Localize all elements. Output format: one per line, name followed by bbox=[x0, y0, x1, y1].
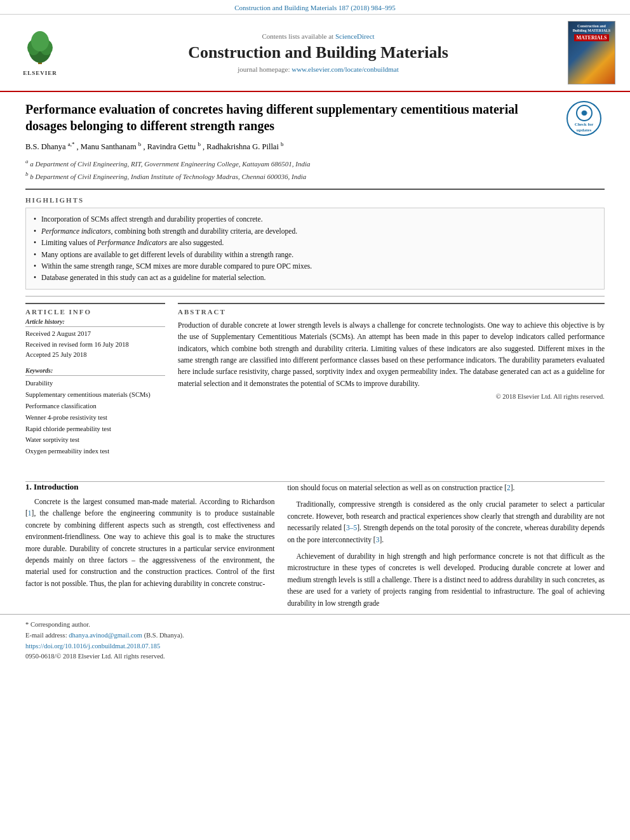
homepage-label: journal homepage: bbox=[238, 65, 290, 73]
svg-point-7 bbox=[582, 110, 587, 116]
abstract-title: ABSTRACT bbox=[178, 308, 605, 316]
page: Construction and Building Materials 187 … bbox=[0, 0, 630, 840]
highlight-item-2: Performance indicators, combining both s… bbox=[34, 225, 596, 237]
highlights-divider bbox=[25, 296, 605, 297]
issn-line: 0950-0618/© 2018 Elsevier Ltd. All right… bbox=[25, 651, 605, 662]
ref-2[interactable]: 2 bbox=[507, 484, 511, 491]
cover-label: MATERIALS bbox=[574, 34, 610, 41]
article-history: Article history: Received 2 August 2017 … bbox=[25, 318, 165, 361]
main-content: 1. Introduction Concrete is the largest … bbox=[0, 482, 630, 614]
highlight-text-5: Within the same strength range, SCM mixe… bbox=[41, 262, 312, 270]
footnotes: * Corresponding author. E-mail address: … bbox=[0, 614, 630, 665]
article-title-section: Performance evaluation of concretes havi… bbox=[25, 101, 605, 182]
corresponding-author-note: * Corresponding author. bbox=[25, 620, 605, 630]
keyword-7: Oxygen permeability index test bbox=[25, 446, 165, 457]
svg-point-5 bbox=[31, 31, 49, 51]
email-suffix: (B.S. Dhanya). bbox=[144, 632, 184, 639]
author-sep3: , Radhakrishna G. Pillai bbox=[203, 142, 281, 151]
article-info-label: ARTICLE INFO bbox=[25, 308, 165, 316]
abstract-column: ABSTRACT Production of durable concrete … bbox=[178, 303, 605, 463]
intro-para-3: Traditionally, compressive strength is c… bbox=[287, 498, 605, 545]
keyword-3: Performance classification bbox=[25, 401, 165, 412]
author-gettu-super: b bbox=[198, 141, 201, 147]
highlight-text-1: Incorporation of SCMs affect strength an… bbox=[41, 215, 263, 223]
author-dhanya-super: a,* bbox=[68, 141, 75, 147]
ref-3-5[interactable]: 3–5 bbox=[346, 524, 357, 531]
author-santhanam-super: b bbox=[138, 141, 142, 147]
doi-line: https://doi.org/10.1016/j.conbuildmat.20… bbox=[25, 641, 605, 652]
highlights-label: HIGHLIGHTS bbox=[25, 196, 605, 204]
author-sep1: , Manu Santhanam bbox=[77, 142, 138, 151]
sciencedirect-line: Contents lists available at ScienceDirec… bbox=[75, 32, 561, 40]
highlight-item-5: Within the same strength range, SCM mixe… bbox=[34, 260, 596, 272]
highlight-text-6: Database generated in this study can act… bbox=[41, 274, 266, 281]
intro-para-4: Achievement of durability in high streng… bbox=[287, 550, 605, 609]
title-divider bbox=[25, 189, 605, 190]
ref-3b[interactable]: 3 bbox=[376, 536, 380, 543]
check-for-updates-badge: Check for updates bbox=[566, 101, 601, 136]
check-badge: Check for updates bbox=[566, 101, 605, 182]
authors: B.S. Dhanya a,* , Manu Santhanam b , Rav… bbox=[25, 140, 558, 153]
elsevier-logo: ELSEVIER bbox=[21, 30, 59, 76]
check-updates-label: Check for updates bbox=[568, 122, 600, 133]
main-col-left: 1. Introduction Concrete is the largest … bbox=[25, 482, 274, 614]
received-revised-date: Received in revised form 16 July 2018 bbox=[25, 340, 165, 350]
masthead: ELSEVIER Contents lists available at Sci… bbox=[0, 15, 630, 92]
affiliation-a: a a Department of Civil Engineering, RIT… bbox=[25, 157, 558, 170]
keyword-2: Supplementary cementitious materials (SC… bbox=[25, 389, 165, 401]
elsevier-label: ELSEVIER bbox=[23, 70, 57, 76]
highlights-section: HIGHLIGHTS Incorporation of SCMs affect … bbox=[25, 196, 605, 289]
abstract-copyright: © 2018 Elsevier Ltd. All rights reserved… bbox=[178, 393, 605, 400]
highlight-text-2: , combining both strength and durability… bbox=[111, 227, 297, 235]
masthead-right: Construction and Building MATERIALS MATE… bbox=[568, 21, 619, 84]
author-dhanya: B.S. Dhanya bbox=[25, 142, 68, 151]
email-link[interactable]: dhanya.avinod@gmail.com bbox=[69, 632, 142, 639]
journal-homepage: journal homepage: www.elsevier.com/locat… bbox=[75, 65, 561, 73]
introduction-heading: 1. Introduction bbox=[25, 482, 274, 492]
highlight-italic-3: Performance Indicators bbox=[97, 239, 167, 246]
keywords-section: Keywords: Durability Supplementary cemen… bbox=[25, 367, 165, 457]
corresponding-author-text: * Corresponding author. bbox=[25, 621, 90, 628]
author-pillai-super: b bbox=[281, 141, 284, 147]
intro-para-2: tion should focus on material selection … bbox=[287, 482, 605, 493]
ref-1[interactable]: 1 bbox=[28, 509, 32, 517]
highlights-box: Incorporation of SCMs affect strength an… bbox=[25, 208, 605, 289]
email-label: E-mail address: bbox=[25, 632, 67, 639]
sciencedirect-label: Contents lists available at bbox=[262, 32, 333, 40]
masthead-left: ELSEVIER bbox=[11, 30, 69, 76]
affil-b-text: b Department of Civil Engineering, India… bbox=[30, 173, 306, 180]
cover-title: Construction and Building MATERIALS bbox=[571, 24, 612, 33]
keyword-6: Water sorptivity test bbox=[25, 434, 165, 446]
keyword-5: Rapid chloride permeability test bbox=[25, 423, 165, 435]
article-title-text: Performance evaluation of concretes havi… bbox=[25, 101, 558, 182]
article-history-title: Article history: bbox=[25, 318, 165, 327]
highlight-item-4: Many options are available to get differ… bbox=[34, 249, 596, 260]
abstract-section: ABSTRACT Production of durable concrete … bbox=[178, 303, 605, 400]
intro-para-1: Concrete is the largest consumed man-mad… bbox=[25, 496, 274, 589]
main-col-right: tion should focus on material selection … bbox=[287, 482, 605, 614]
abstract-text: Production of durable concrete at lower … bbox=[178, 319, 605, 389]
keyword-4: Wenner 4-probe resistivity test bbox=[25, 412, 165, 423]
accepted-date: Accepted 25 July 2018 bbox=[25, 350, 165, 361]
author-sep2: , Ravindra Gettu bbox=[143, 142, 198, 151]
article-info-abstract: ARTICLE INFO Article history: Received 2… bbox=[25, 303, 605, 463]
keyword-1: Durability bbox=[25, 378, 165, 389]
journal-title: Construction and Building Materials bbox=[75, 43, 561, 62]
journal-citation-bar: Construction and Building Materials 187 … bbox=[0, 0, 630, 15]
journal-cover-image: Construction and Building MATERIALS MATE… bbox=[568, 21, 615, 84]
highlight-italic-prefix-2: Performance indicators bbox=[41, 227, 111, 235]
affiliation-b: b b Department of Civil Engineering, Ind… bbox=[25, 170, 558, 182]
citation-text: Construction and Building Materials 187 … bbox=[234, 4, 396, 11]
homepage-url[interactable]: www.elsevier.com/locate/conbuildmat bbox=[292, 65, 399, 73]
article-info-section: ARTICLE INFO Article history: Received 2… bbox=[25, 303, 165, 457]
elsevier-tree-icon bbox=[21, 30, 59, 68]
highlight-text-4: Many options are available to get differ… bbox=[41, 251, 293, 258]
highlight-item-3: Limiting values of Performance Indicator… bbox=[34, 237, 596, 248]
doi-link[interactable]: https://doi.org/10.1016/j.conbuildmat.20… bbox=[25, 643, 160, 650]
received-date: Received 2 August 2017 bbox=[25, 329, 165, 340]
affiliations: a a Department of Civil Engineering, RIT… bbox=[25, 157, 558, 183]
article-info-column: ARTICLE INFO Article history: Received 2… bbox=[25, 303, 165, 463]
sciencedirect-link[interactable]: ScienceDirect bbox=[335, 32, 375, 40]
masthead-center: Contents lists available at ScienceDirec… bbox=[75, 32, 561, 72]
affil-a-text: a Department of Civil Engineering, RIT, … bbox=[30, 160, 310, 168]
